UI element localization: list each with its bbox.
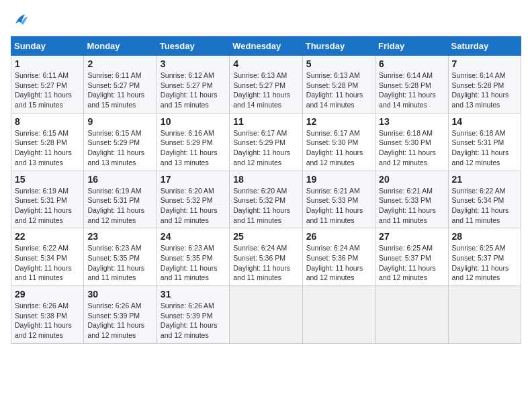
weekday-header-saturday: Saturday — [448, 37, 521, 56]
day-info: Sunrise: 6:17 AMSunset: 5:29 PMDaylight:… — [233, 128, 298, 168]
day-info: Sunrise: 6:24 AMSunset: 5:36 PMDaylight:… — [306, 243, 371, 283]
day-number: 20 — [379, 174, 444, 185]
calendar-cell: 20 Sunrise: 6:21 AMSunset: 5:33 PMDaylig… — [375, 171, 448, 228]
day-number: 2 — [87, 58, 152, 69]
day-number: 31 — [161, 289, 226, 300]
day-number: 15 — [15, 174, 80, 185]
day-number: 25 — [233, 231, 298, 242]
day-number: 21 — [452, 174, 517, 185]
calendar-cell: 17 Sunrise: 6:20 AMSunset: 5:32 PMDaylig… — [157, 171, 229, 228]
calendar-cell: 25 Sunrise: 6:24 AMSunset: 5:36 PMDaylig… — [230, 228, 302, 286]
weekday-header-sunday: Sunday — [11, 37, 84, 56]
calendar-cell: 11 Sunrise: 6:17 AMSunset: 5:29 PMDaylig… — [230, 113, 302, 171]
calendar-cell — [230, 286, 302, 344]
calendar-table: SundayMondayTuesdayWednesdayThursdayFrid… — [11, 36, 521, 344]
day-info: Sunrise: 6:21 AMSunset: 5:33 PMDaylight:… — [306, 186, 371, 226]
calendar-cell — [448, 286, 521, 344]
day-number: 23 — [87, 231, 152, 242]
day-number: 26 — [306, 231, 371, 242]
calendar-cell: 30 Sunrise: 6:26 AMSunset: 5:39 PMDaylig… — [84, 286, 157, 344]
day-info: Sunrise: 6:18 AMSunset: 5:31 PMDaylight:… — [452, 128, 517, 168]
day-number: 13 — [379, 116, 444, 127]
calendar-cell: 10 Sunrise: 6:16 AMSunset: 5:29 PMDaylig… — [157, 113, 229, 171]
calendar-cell: 16 Sunrise: 6:19 AMSunset: 5:31 PMDaylig… — [84, 171, 157, 228]
calendar-cell: 23 Sunrise: 6:23 AMSunset: 5:35 PMDaylig… — [84, 228, 157, 286]
day-info: Sunrise: 6:15 AMSunset: 5:28 PMDaylight:… — [15, 128, 80, 168]
day-number: 1 — [15, 58, 80, 69]
day-info: Sunrise: 6:20 AMSunset: 5:32 PMDaylight:… — [233, 186, 298, 226]
calendar-cell: 6 Sunrise: 6:14 AMSunset: 5:28 PMDayligh… — [375, 56, 448, 113]
calendar-cell: 15 Sunrise: 6:19 AMSunset: 5:31 PMDaylig… — [11, 171, 84, 228]
day-number: 16 — [87, 174, 152, 185]
day-info: Sunrise: 6:11 AMSunset: 5:27 PMDaylight:… — [15, 71, 80, 110]
day-info: Sunrise: 6:20 AMSunset: 5:32 PMDaylight:… — [161, 186, 226, 226]
day-info: Sunrise: 6:16 AMSunset: 5:29 PMDaylight:… — [161, 128, 226, 168]
calendar-cell: 13 Sunrise: 6:18 AMSunset: 5:30 PMDaylig… — [375, 113, 448, 171]
day-number: 14 — [452, 116, 517, 127]
calendar-cell: 9 Sunrise: 6:15 AMSunset: 5:29 PMDayligh… — [84, 113, 157, 171]
calendar-cell: 21 Sunrise: 6:22 AMSunset: 5:34 PMDaylig… — [448, 171, 521, 228]
calendar-cell: 27 Sunrise: 6:25 AMSunset: 5:37 PMDaylig… — [375, 228, 448, 286]
day-info: Sunrise: 6:25 AMSunset: 5:37 PMDaylight:… — [379, 243, 444, 283]
weekday-header-monday: Monday — [84, 37, 157, 56]
day-number: 9 — [87, 116, 152, 127]
day-info: Sunrise: 6:21 AMSunset: 5:33 PMDaylight:… — [379, 186, 444, 226]
day-number: 29 — [15, 289, 80, 300]
day-info: Sunrise: 6:14 AMSunset: 5:28 PMDaylight:… — [452, 71, 517, 110]
calendar-cell: 8 Sunrise: 6:15 AMSunset: 5:28 PMDayligh… — [11, 113, 84, 171]
day-info: Sunrise: 6:19 AMSunset: 5:31 PMDaylight:… — [15, 186, 80, 226]
day-number: 12 — [306, 116, 371, 127]
calendar-cell — [375, 286, 448, 344]
calendar-cell: 5 Sunrise: 6:13 AMSunset: 5:28 PMDayligh… — [302, 56, 375, 113]
day-number: 18 — [233, 174, 298, 185]
calendar-cell: 24 Sunrise: 6:23 AMSunset: 5:35 PMDaylig… — [157, 228, 229, 286]
calendar-cell: 2 Sunrise: 6:11 AMSunset: 5:27 PMDayligh… — [84, 56, 157, 113]
calendar-cell: 31 Sunrise: 6:26 AMSunset: 5:39 PMDaylig… — [157, 286, 229, 344]
day-info: Sunrise: 6:13 AMSunset: 5:28 PMDaylight:… — [306, 71, 371, 110]
calendar-cell: 4 Sunrise: 6:13 AMSunset: 5:27 PMDayligh… — [230, 56, 302, 113]
day-info: Sunrise: 6:18 AMSunset: 5:30 PMDaylight:… — [379, 128, 444, 168]
calendar-cell: 7 Sunrise: 6:14 AMSunset: 5:28 PMDayligh… — [448, 56, 521, 113]
day-number: 19 — [306, 174, 371, 185]
weekday-header-thursday: Thursday — [302, 37, 375, 56]
day-info: Sunrise: 6:26 AMSunset: 5:38 PMDaylight:… — [15, 301, 80, 340]
day-number: 17 — [161, 174, 226, 185]
day-info: Sunrise: 6:23 AMSunset: 5:35 PMDaylight:… — [161, 243, 226, 283]
day-info: Sunrise: 6:22 AMSunset: 5:34 PMDaylight:… — [15, 243, 80, 283]
day-info: Sunrise: 6:17 AMSunset: 5:30 PMDaylight:… — [306, 128, 371, 168]
day-info: Sunrise: 6:19 AMSunset: 5:31 PMDaylight:… — [87, 186, 152, 226]
calendar-cell: 19 Sunrise: 6:21 AMSunset: 5:33 PMDaylig… — [302, 171, 375, 228]
day-info: Sunrise: 6:23 AMSunset: 5:35 PMDaylight:… — [87, 243, 152, 283]
calendar-cell: 1 Sunrise: 6:11 AMSunset: 5:27 PMDayligh… — [11, 56, 84, 113]
calendar-cell: 22 Sunrise: 6:22 AMSunset: 5:34 PMDaylig… — [11, 228, 84, 286]
day-number: 11 — [233, 116, 298, 127]
day-number: 10 — [161, 116, 226, 127]
day-number: 28 — [452, 231, 517, 242]
day-info: Sunrise: 6:13 AMSunset: 5:27 PMDaylight:… — [233, 71, 298, 110]
day-info: Sunrise: 6:14 AMSunset: 5:28 PMDaylight:… — [379, 71, 444, 110]
day-info: Sunrise: 6:11 AMSunset: 5:27 PMDaylight:… — [87, 71, 152, 110]
page-header — [11, 11, 521, 30]
day-info: Sunrise: 6:25 AMSunset: 5:37 PMDaylight:… — [452, 243, 517, 283]
weekday-header-wednesday: Wednesday — [230, 37, 302, 56]
day-number: 3 — [161, 58, 226, 69]
day-number: 7 — [452, 58, 517, 69]
weekday-header-tuesday: Tuesday — [157, 37, 229, 56]
day-number: 22 — [15, 231, 80, 242]
day-info: Sunrise: 6:26 AMSunset: 5:39 PMDaylight:… — [87, 301, 152, 340]
calendar-cell: 28 Sunrise: 6:25 AMSunset: 5:37 PMDaylig… — [448, 228, 521, 286]
day-number: 8 — [15, 116, 80, 127]
day-info: Sunrise: 6:15 AMSunset: 5:29 PMDaylight:… — [87, 128, 152, 168]
day-info: Sunrise: 6:26 AMSunset: 5:39 PMDaylight:… — [161, 301, 226, 340]
day-info: Sunrise: 6:24 AMSunset: 5:36 PMDaylight:… — [233, 243, 298, 283]
calendar-cell: 18 Sunrise: 6:20 AMSunset: 5:32 PMDaylig… — [230, 171, 302, 228]
day-number: 24 — [161, 231, 226, 242]
calendar-cell: 29 Sunrise: 6:26 AMSunset: 5:38 PMDaylig… — [11, 286, 84, 344]
calendar-cell: 3 Sunrise: 6:12 AMSunset: 5:27 PMDayligh… — [157, 56, 229, 113]
logo-icon — [11, 11, 30, 30]
day-info: Sunrise: 6:12 AMSunset: 5:27 PMDaylight:… — [161, 71, 226, 110]
day-number: 4 — [233, 58, 298, 69]
calendar-cell: 26 Sunrise: 6:24 AMSunset: 5:36 PMDaylig… — [302, 228, 375, 286]
weekday-header-friday: Friday — [375, 37, 448, 56]
logo — [11, 11, 32, 30]
